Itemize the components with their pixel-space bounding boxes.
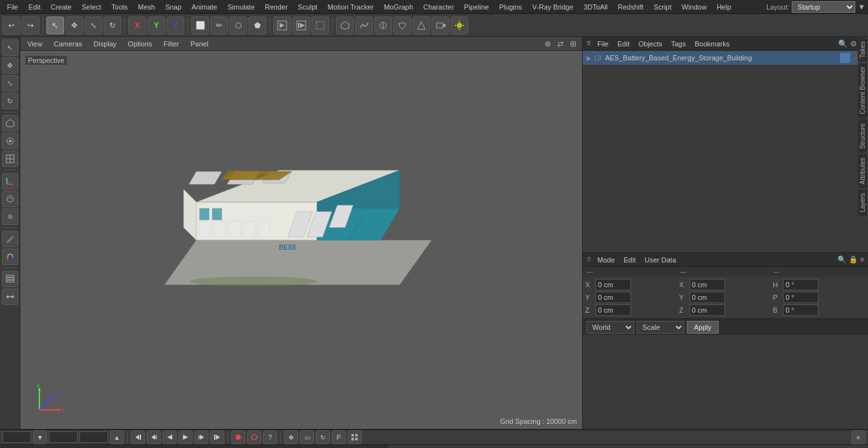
viewport-lock-icon[interactable]: ⊞ <box>568 39 578 49</box>
redo-button[interactable]: ↪ <box>22 17 39 34</box>
environment-button[interactable] <box>412 17 430 34</box>
menu-character[interactable]: Character <box>419 2 458 12</box>
viewport-menu-view[interactable]: View <box>24 39 46 49</box>
array-button[interactable]: ⬟ <box>248 17 266 34</box>
menu-mesh[interactable]: Mesh <box>133 2 159 12</box>
next-frame-button[interactable] <box>194 430 208 444</box>
step-down-button[interactable]: ▼ <box>33 430 47 444</box>
menu-vray[interactable]: V-Ray Bridge <box>528 2 578 12</box>
objects-menu-bookmarks[interactable]: Bookmarks <box>692 39 732 49</box>
menu-create[interactable]: Create <box>46 2 76 12</box>
step-up-button[interactable]: ▲ <box>110 430 124 444</box>
lp-object-paint-button[interactable] <box>2 133 18 149</box>
viewport-sync-icon[interactable]: ⇄ <box>555 39 566 49</box>
menu-help[interactable]: Help <box>712 2 736 12</box>
world-dropdown[interactable]: World <box>587 321 634 334</box>
undo-button[interactable]: ↩ <box>3 17 20 34</box>
light-button[interactable] <box>451 17 468 34</box>
cube-button[interactable]: ⬜ <box>191 17 209 34</box>
play-forward-button[interactable] <box>179 430 193 444</box>
x-axis-button[interactable]: X <box>128 17 146 34</box>
attr-search-icon[interactable]: 🔍 <box>837 255 846 264</box>
lp-rotate-button[interactable]: ↻ <box>2 93 18 109</box>
menu-edit[interactable]: Edit <box>24 2 45 12</box>
goto-end-button[interactable] <box>210 430 224 444</box>
spline-button[interactable] <box>355 17 373 34</box>
objects-filter-icon[interactable]: ⚙ <box>850 39 857 48</box>
viewport-canvas[interactable]: Perspective <box>20 51 582 429</box>
menu-3dtoall[interactable]: 3DToAll <box>579 2 612 12</box>
nurbs-button[interactable] <box>374 17 392 34</box>
render-preview-button[interactable] <box>273 17 291 34</box>
tab-layers[interactable]: Layers <box>858 189 868 217</box>
menu-script[interactable]: Script <box>649 2 676 12</box>
menu-window[interactable]: Window <box>677 2 711 12</box>
scale-button[interactable]: ⤡ <box>85 17 102 34</box>
menu-file[interactable]: File <box>3 2 23 12</box>
menu-snap[interactable]: Snap <box>161 2 186 12</box>
z-axis-button[interactable]: Z <box>166 17 184 34</box>
menu-sculpt[interactable]: Sculpt <box>294 2 322 12</box>
camera-button[interactable] <box>431 17 449 34</box>
move-button[interactable]: ✥ <box>65 17 83 34</box>
end-frame-left-input[interactable]: 90 F <box>49 431 78 443</box>
extrude-button[interactable]: ⬡ <box>229 17 247 34</box>
rotate-button[interactable]: ↻ <box>104 17 121 34</box>
object-item-battery-building[interactable]: ▶ L0 AES_Battery_Based_Energy_Storage_Bu… <box>583 51 868 65</box>
y-axis-button[interactable]: Y <box>147 17 165 34</box>
menu-plugins[interactable]: Plugins <box>494 2 526 12</box>
lp-viewport-solo-button[interactable] <box>2 191 18 207</box>
lp-pointer-button[interactable]: ↖ <box>2 39 18 56</box>
menu-simulate[interactable]: Simulate <box>223 2 259 12</box>
objects-menu-tags[interactable]: Tags <box>668 39 688 49</box>
lp-connect-button[interactable] <box>2 288 18 305</box>
coord-h-rot-input[interactable] <box>783 279 818 290</box>
render-region-button[interactable] <box>311 17 329 34</box>
viewport-menu-display[interactable]: Display <box>90 39 119 49</box>
lp-magnet-button[interactable] <box>2 248 18 265</box>
move-tool-tl[interactable]: ✥ <box>284 430 298 444</box>
layout-arrow-icon[interactable]: ▼ <box>858 3 865 11</box>
coord-b-rot-input[interactable] <box>783 304 818 316</box>
objects-menu-objects[interactable]: Objects <box>636 39 665 49</box>
lp-layers-button[interactable] <box>2 271 18 287</box>
attr-menu-mode[interactable]: Mode <box>595 255 618 265</box>
objects-menu-file[interactable]: File <box>595 39 611 49</box>
lp-texture-button[interactable] <box>2 151 18 167</box>
help-button[interactable]: ? <box>263 430 277 444</box>
start-frame-input[interactable]: 0 F <box>3 431 31 443</box>
menu-select[interactable]: Select <box>78 2 106 12</box>
menu-mograph[interactable]: MoGraph <box>379 2 417 12</box>
coord-p-rot-input[interactable] <box>783 292 818 303</box>
lp-model-button[interactable] <box>2 115 18 132</box>
anim-preview-button[interactable] <box>292 17 310 34</box>
menu-animate[interactable]: Animate <box>187 2 222 12</box>
objects-menu-edit[interactable]: Edit <box>615 39 632 49</box>
lp-axis-button[interactable] <box>2 173 18 189</box>
menu-redshift[interactable]: Redshift <box>613 2 648 12</box>
tab-structure[interactable]: Structure <box>858 119 868 154</box>
deformer-button[interactable] <box>393 17 411 34</box>
viewport-menu-filter[interactable]: Filter <box>160 39 182 49</box>
select-model-button[interactable]: ↖ <box>46 17 64 34</box>
tab-attributes[interactable]: Attributes <box>858 153 868 189</box>
attr-lock-icon[interactable]: 🔒 <box>849 255 858 264</box>
lp-tool-settings-button[interactable] <box>2 208 18 225</box>
apply-button[interactable]: Apply <box>687 321 719 334</box>
menu-motion-tracker[interactable]: Motion Tracker <box>323 2 378 12</box>
viewport-menu-panel[interactable]: Panel <box>187 39 212 49</box>
coord-z-size-input[interactable] <box>689 304 725 316</box>
lp-knife-button[interactable] <box>2 231 18 247</box>
cube-view-button[interactable] <box>336 17 354 34</box>
end-frame-right-input[interactable]: 90 F <box>79 431 108 443</box>
layout-dropdown[interactable]: Startup <box>792 1 855 13</box>
attr-more-icon[interactable]: ≡ <box>860 255 864 264</box>
viewport-menu-cameras[interactable]: Cameras <box>51 39 86 49</box>
menu-pipeline[interactable]: Pipeline <box>459 2 493 12</box>
timeline-menu-btn[interactable]: ≡ <box>851 430 865 444</box>
param-tl[interactable]: P <box>332 430 346 444</box>
coord-x-pos-input[interactable] <box>595 279 631 290</box>
goto-start-button[interactable] <box>131 430 145 444</box>
attr-menu-edit[interactable]: Edit <box>621 255 639 265</box>
coord-y-pos-input[interactable] <box>595 292 631 303</box>
